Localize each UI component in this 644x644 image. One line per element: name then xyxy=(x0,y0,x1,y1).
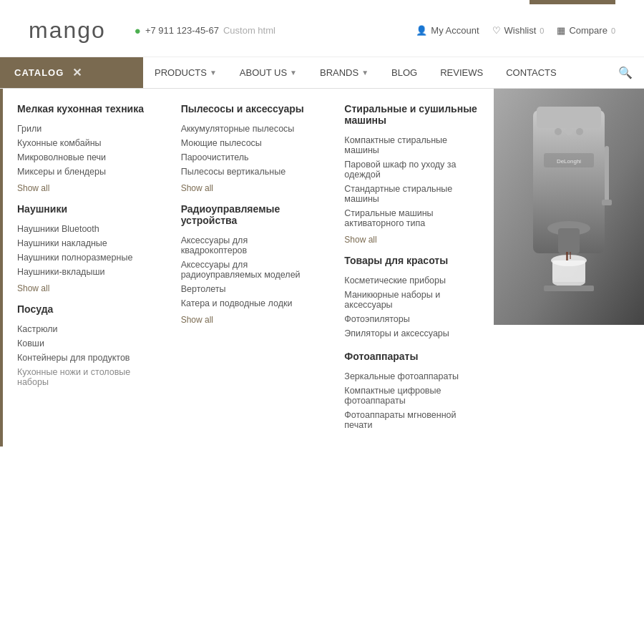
list-item[interactable]: Маникюрные наборы и аксессуары xyxy=(344,288,479,312)
col3-header2: Товары для красоты xyxy=(344,255,479,266)
main-nav: CATALOG ✕ PRODUCTS ▼ ABOUT US ▼ BRANDS ▼… xyxy=(0,57,644,89)
list-item[interactable]: Вертолеты xyxy=(181,282,316,296)
search-button[interactable]: 🔍 xyxy=(607,57,644,88)
chevron-down-icon: ▼ xyxy=(290,69,297,77)
header-contact: ● +7 911 123-45-67 Custom html xyxy=(106,24,416,36)
list-item[interactable]: Контейнеры для продуктов xyxy=(17,351,152,365)
wishlist-button[interactable]: ♡ Wishlist 0 xyxy=(492,25,545,36)
nav-contacts[interactable]: CONTACTS xyxy=(494,59,568,87)
close-icon[interactable]: ✕ xyxy=(72,66,82,79)
nav-items: PRODUCTS ▼ ABOUT US ▼ BRANDS ▼ BLOG REVI… xyxy=(143,57,644,88)
list-item[interactable]: Фотоаппараты мгновенной печати xyxy=(344,408,479,432)
svg-rect-3 xyxy=(537,107,601,128)
svg-rect-5 xyxy=(558,228,580,253)
list-item[interactable]: Пароочиститель xyxy=(181,150,316,165)
top-accent-bar xyxy=(530,0,615,4)
list-item[interactable]: Стиральные машины активаторного типа xyxy=(344,206,479,230)
list-item[interactable]: Катера и подводные лодки xyxy=(181,296,316,311)
list-item[interactable]: Компактные цифровые фотоаппараты xyxy=(344,384,479,408)
catalog-dropdown: Мелкая кухонная техника Грили Кухонные к… xyxy=(0,89,644,447)
list-item[interactable]: Моющие пылесосы xyxy=(181,136,316,150)
col1-header2: Наушники xyxy=(17,203,152,215)
dropdown-col-1: Мелкая кухонная техника Грили Кухонные к… xyxy=(3,89,167,447)
show-all-link[interactable]: Show all xyxy=(344,235,479,245)
my-account-button[interactable]: 👤 My Account xyxy=(416,25,479,36)
dropdown-product-image: DeLonghi xyxy=(494,89,644,447)
col3-header3: Фотоаппараты xyxy=(344,351,479,362)
show-all-link[interactable]: Show all xyxy=(181,183,316,193)
col2-header: Пылесосы и аксессуары xyxy=(181,103,316,114)
catalog-label: CATALOG xyxy=(14,67,64,78)
site-header: mango ● +7 911 123-45-67 Custom html 👤 M… xyxy=(0,4,644,57)
heart-icon: ♡ xyxy=(492,25,501,36)
chevron-down-icon: ▼ xyxy=(210,69,217,77)
list-item[interactable]: Микроволновые печи xyxy=(17,150,152,165)
svg-point-14 xyxy=(565,128,572,135)
show-all-link[interactable]: Show all xyxy=(181,315,316,325)
contact-phone[interactable]: +7 911 123-45-67 xyxy=(145,25,219,36)
list-item[interactable]: Аксессуары для квадрокоптеров xyxy=(181,233,316,258)
list-item[interactable]: Кухонные комбайны xyxy=(17,136,152,150)
col1-header3: Посуда xyxy=(17,303,152,315)
compare-button[interactable]: ▦ Compare 0 xyxy=(557,25,615,36)
list-item[interactable]: Фотоэпиляторы xyxy=(344,312,479,326)
list-item[interactable]: Наушники Bluetooth xyxy=(17,222,152,236)
catalog-button[interactable]: CATALOG ✕ xyxy=(0,57,143,88)
svg-rect-16 xyxy=(605,146,609,203)
list-item[interactable]: Наушники-вкладыши xyxy=(17,265,152,279)
col3-header: Стиральные и сушильные машины xyxy=(344,103,479,126)
list-item[interactable]: Аккумуляторные пылесосы xyxy=(181,122,316,136)
account-icon: 👤 xyxy=(416,25,427,36)
svg-rect-10 xyxy=(570,252,571,259)
col2-header2: Радиоуправляемые устройства xyxy=(181,203,316,226)
svg-point-8 xyxy=(552,277,585,287)
list-item[interactable]: Эпиляторы и аксессуары xyxy=(344,326,479,341)
list-item[interactable]: Паровой шкаф по уходу за одеждой xyxy=(344,157,479,182)
nav-products[interactable]: PRODUCTS ▼ xyxy=(143,59,228,87)
list-item[interactable]: Косметические приборы xyxy=(344,273,479,288)
show-all-link[interactable]: Show all xyxy=(17,183,152,193)
list-item[interactable]: Кухонные ножи и столовые наборы xyxy=(17,365,152,389)
nav-brands[interactable]: BRANDS ▼ xyxy=(308,59,380,87)
svg-rect-18 xyxy=(544,286,594,291)
svg-point-15 xyxy=(576,128,583,135)
list-item[interactable]: Ковши xyxy=(17,336,152,351)
list-item[interactable]: Стандартные стиральные машины xyxy=(344,182,479,206)
nav-reviews[interactable]: REVIEWS xyxy=(429,59,494,87)
list-item[interactable]: Компактные стиральные машины xyxy=(344,133,479,157)
list-item[interactable]: Зеркальные фотоаппараты xyxy=(344,369,479,384)
nav-about-us[interactable]: ABOUT US ▼ xyxy=(228,59,308,87)
contact-label: Custom html xyxy=(223,25,275,36)
svg-rect-9 xyxy=(566,252,568,260)
whatsapp-icon: ● xyxy=(135,24,141,36)
svg-rect-17 xyxy=(602,200,612,205)
site-logo[interactable]: mango xyxy=(29,17,106,44)
svg-point-13 xyxy=(555,128,562,135)
svg-text:DeLonghi: DeLonghi xyxy=(557,158,581,165)
list-item[interactable]: Миксеры и блендеры xyxy=(17,165,152,179)
nav-blog[interactable]: BLOG xyxy=(380,59,429,87)
list-item[interactable]: Пылесосы вертикальные xyxy=(181,165,316,179)
show-all-link[interactable]: Show all xyxy=(17,283,152,293)
list-item[interactable]: Наушники полноразмерные xyxy=(17,250,152,265)
chevron-down-icon: ▼ xyxy=(361,69,369,77)
header-actions: 👤 My Account ♡ Wishlist 0 ▦ Compare 0 xyxy=(416,25,615,36)
wishlist-count: 0 xyxy=(540,26,544,35)
compare-count: 0 xyxy=(611,26,615,35)
dropdown-col-3: Стиральные и сушильные машины Компактные… xyxy=(330,89,494,447)
list-item[interactable]: Аксессуары для радиоуправляемых моделей xyxy=(181,258,316,282)
dropdown-col-2: Пылесосы и аксессуары Аккумуляторные пыл… xyxy=(167,89,331,447)
list-item[interactable]: Кастрюли xyxy=(17,322,152,336)
list-item[interactable]: Грили xyxy=(17,122,152,136)
compare-icon: ▦ xyxy=(557,25,565,36)
col1-header: Мелкая кухонная техника xyxy=(17,103,152,114)
list-item[interactable]: Наушники накладные xyxy=(17,236,152,250)
